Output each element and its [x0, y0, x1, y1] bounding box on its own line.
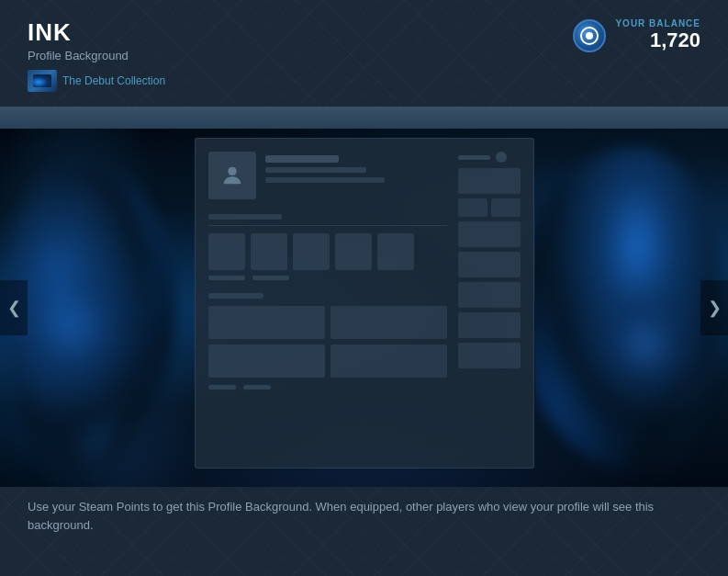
collection-label[interactable]: The Debut Collection	[62, 74, 165, 87]
page-wrapper: INK Profile Background The Debut Collect…	[0, 0, 728, 576]
mock-right-half-row-1	[458, 198, 521, 217]
left-arrow-icon: ❮	[7, 298, 21, 318]
mock-divider-1	[208, 225, 447, 226]
item-title: INK	[28, 18, 165, 47]
mock-activity-row-2	[208, 344, 447, 378]
balance-area: YOUR BALANCE 1,720	[573, 18, 700, 52]
avatar-text-lines	[265, 152, 385, 199]
description-area: Use your Steam Points to get this Profil…	[0, 487, 728, 535]
item-subtitle: Profile Background	[28, 49, 165, 62]
mock-tag-2	[243, 385, 271, 390]
mock-game-4	[335, 233, 372, 270]
preview-area: ❮	[0, 129, 728, 487]
mock-tabs-bar	[208, 214, 282, 220]
mock-activity-side-2	[330, 344, 447, 378]
mock-game-5	[377, 233, 414, 270]
nav-bar	[0, 107, 728, 129]
profile-left-panel	[208, 152, 447, 455]
mock-sm-1	[208, 276, 245, 280]
header: INK Profile Background The Debut Collect…	[0, 0, 728, 107]
mock-activity-thumb-1	[208, 306, 325, 339]
mock-activity-side-1	[330, 306, 447, 339]
mock-game-3	[293, 233, 330, 270]
nav-arrow-right[interactable]: ❯	[700, 280, 728, 335]
mock-avatar	[208, 152, 256, 199]
mock-name-line	[265, 155, 339, 163]
mock-games-row	[208, 233, 447, 270]
collection-badge: The Debut Collection	[28, 70, 165, 92]
mock-right-block-5	[458, 312, 521, 338]
mock-detail-line	[265, 177, 385, 183]
nav-arrow-left[interactable]: ❮	[0, 280, 28, 335]
ink-right	[535, 129, 728, 487]
mock-right-block-4	[458, 282, 521, 308]
description-text: Use your Steam Points to get this Profil…	[28, 498, 700, 535]
mock-activity-thumb-2	[208, 344, 325, 378]
mock-right-block-2	[458, 221, 521, 247]
mock-game-1	[208, 233, 245, 270]
profile-right-panel	[458, 152, 521, 455]
mock-right-half-2	[491, 198, 521, 217]
mock-small-lines	[208, 276, 447, 280]
mock-game-2	[251, 233, 287, 270]
balance-amount: 1,720	[615, 28, 700, 52]
mock-right-block-3	[458, 252, 521, 277]
avatar-person-icon	[219, 163, 245, 188]
mock-right-block-1	[458, 168, 521, 194]
mock-status-bar	[458, 155, 490, 160]
mock-sm-2	[252, 276, 289, 280]
header-left: INK Profile Background The Debut Collect…	[28, 18, 165, 92]
balance-info: YOUR BALANCE 1,720	[615, 18, 700, 52]
mock-right-status	[458, 152, 521, 163]
ink-left	[0, 129, 193, 487]
steam-logo	[573, 19, 606, 52]
mock-status-line	[265, 167, 366, 173]
svg-point-0	[228, 167, 236, 175]
mock-tag-1	[208, 385, 236, 390]
avatar-row	[208, 152, 447, 199]
mock-right-block-6	[458, 343, 521, 368]
balance-label: YOUR BALANCE	[615, 18, 700, 28]
mock-section-label	[208, 293, 263, 299]
right-arrow-icon: ❯	[708, 298, 722, 318]
mock-activity-row-1	[208, 306, 447, 339]
nav-bar-track	[0, 107, 728, 129]
mock-right-half-1	[458, 198, 487, 217]
profile-mockup	[195, 138, 534, 469]
collection-icon	[28, 70, 57, 92]
mock-status-circle	[496, 152, 507, 163]
mock-tags	[208, 385, 447, 390]
steam-logo-icon	[580, 27, 599, 45]
mock-activity-items	[208, 306, 447, 378]
